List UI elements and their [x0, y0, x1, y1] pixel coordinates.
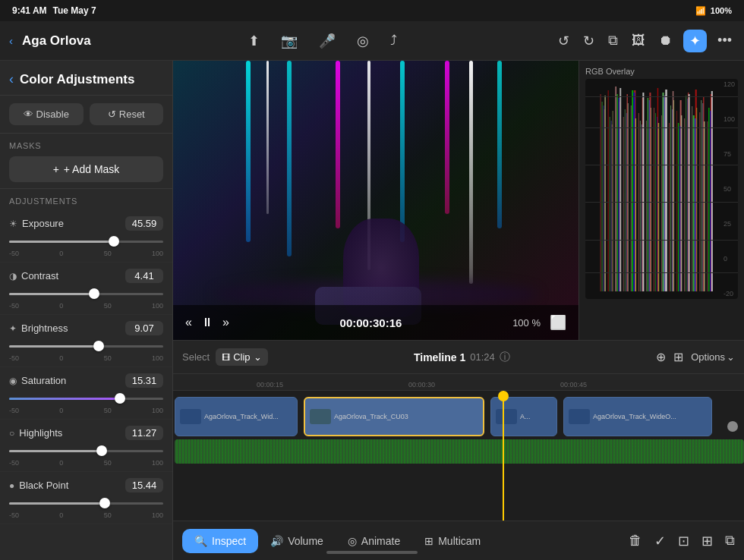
panel-title: Color Adjustments — [20, 72, 134, 87]
grid-button[interactable]: ⊞ — [701, 533, 713, 549]
highlights-label: Highlights — [19, 427, 62, 439]
playhead-handle[interactable] — [498, 391, 509, 401]
timeline-name: Timeline 1 — [414, 351, 465, 363]
light-bar-3 — [287, 61, 292, 256]
rgb-chart: 120 100 75 50 25 0 -20 — [585, 79, 738, 299]
rgb-y-labels: 120 100 75 50 25 0 -20 — [724, 79, 735, 299]
fast-forward-button[interactable]: » — [222, 316, 229, 329]
bottom-right-tools: 🗑 ✓ ⊡ ⊞ ⧉ — [629, 533, 735, 549]
camera-add-button[interactable]: 📷 — [278, 30, 301, 52]
photo-button[interactable]: 🖼 — [629, 30, 648, 52]
multicam-label: Multicam — [438, 535, 481, 547]
brightness-value: 9.07 — [125, 321, 163, 335]
light-bar-6 — [400, 61, 405, 242]
pause-icon: ⏸ — [201, 316, 213, 329]
exposure-icon: ☀ — [9, 219, 17, 229]
light-bar-4 — [336, 61, 340, 228]
blackpoint-slider[interactable] — [9, 496, 163, 511]
magnetic-timeline-button[interactable]: ⊕ — [656, 350, 666, 364]
share2-button[interactable]: ⤴ — [387, 30, 400, 52]
status-bar: 9:41 AM Tue May 7 📶 100% — [0, 0, 744, 21]
video-player: « ⏸ » 00:00:30:16 100 % ⬜ — [173, 61, 578, 340]
status-time: 9:41 AM — [12, 5, 47, 16]
plus-icon: + — [53, 163, 59, 175]
top-toolbar: ‹ Aga Orlova ⬆ 📷 🎤 ◎ ⤴ ↺ ↻ ⧉ 🖼 ⏺ ✦ ••• — [0, 21, 744, 61]
exposure-label: Exposure — [22, 218, 64, 229]
voiceover-button[interactable]: ◎ — [354, 30, 372, 52]
overlay-button[interactable]: ⧉ — [725, 533, 735, 549]
project-title: Aga Orlova — [22, 33, 91, 49]
split-button[interactable]: ⊡ — [678, 533, 689, 549]
color-adjustments-panel: ‹ Color Adjustments 👁 Disable ↺ Reset MA… — [0, 61, 173, 560]
reset-button[interactable]: ↺ Reset — [90, 103, 164, 125]
animate-icon: ◎ — [348, 535, 357, 547]
audio-track — [175, 439, 744, 464]
add-mask-button[interactable]: + + Add Mask — [9, 156, 163, 182]
back-button[interactable]: ‹ — [9, 34, 13, 47]
contrast-adjustment: ◑ Contrast 4.41 -50 0 50 100 — [0, 263, 172, 315]
options-button[interactable]: Options ⌄ — [691, 351, 735, 363]
video-clip-1[interactable]: AgaOrlova_Track_Wid... — [175, 397, 298, 436]
select-label: Select — [182, 351, 210, 363]
video-clip-4[interactable]: AgaOrlova_Track_WideO... — [563, 397, 712, 436]
rewind-icon: « — [185, 316, 192, 329]
light-bar-8 — [469, 61, 473, 284]
saturation-icon: ◉ — [9, 376, 17, 386]
aspect-button[interactable]: ⬜ — [550, 314, 566, 331]
bottom-toolbar: 🔍 Inspect 🔊 Volume ◎ Animate ⊞ Multicam … — [173, 521, 744, 560]
volume-tab[interactable]: 🔊 Volume — [258, 529, 336, 553]
video-clip-3[interactable]: A... — [490, 397, 557, 436]
chevron-left-icon: ‹ — [9, 34, 13, 47]
light-bar-9 — [497, 61, 502, 228]
clip-selector[interactable]: 🎞 Clip ⌄ — [216, 348, 267, 366]
ruler-mark-15: 00:00:15 — [257, 381, 283, 389]
rewind-fwd-button[interactable]: ↻ — [580, 30, 597, 52]
multicam-tab[interactable]: ⊞ Multicam — [412, 529, 493, 553]
timeline-info-button[interactable]: ⓘ — [500, 351, 510, 364]
mic-button[interactable]: 🎤 — [316, 30, 339, 52]
brightness-slider[interactable] — [9, 338, 163, 354]
timeline-playhead[interactable] — [503, 391, 504, 521]
pip-button[interactable]: ⧉ — [605, 30, 621, 52]
inspect-label: Inspect — [212, 535, 246, 547]
play-pause-button[interactable]: ⏸ — [201, 316, 213, 329]
highlights-slider[interactable] — [9, 443, 163, 458]
inspect-tab[interactable]: 🔍 Inspect — [182, 529, 258, 553]
saturation-slider[interactable] — [9, 391, 163, 406]
adjustments-label: ADJUSTMENTS — [0, 188, 172, 210]
rewind-button[interactable]: « — [185, 316, 192, 329]
clip-label-4: AgaOrlova_Track_WideO... — [593, 413, 676, 420]
battery-label: 100% — [711, 6, 732, 15]
wifi-icon: 📶 — [695, 6, 706, 16]
record-button[interactable]: ⏺ — [656, 30, 676, 52]
timeline-tools: ⊕ ⊞ Options ⌄ — [656, 350, 735, 364]
rgb-panel: RGB Overlay — [578, 61, 744, 340]
volume-label: Volume — [288, 535, 323, 547]
status-date: Tue May 7 — [53, 5, 96, 16]
timeline-scroll-handle[interactable] — [727, 421, 738, 432]
timeline-area: Select 🎞 Clip ⌄ Timeline 1 01:24 ⓘ ⊕ ⊞ O… — [173, 340, 744, 521]
clip-label-1: AgaOrlova_Track_Wid... — [204, 413, 279, 420]
share-button[interactable]: ⬆ — [245, 30, 263, 52]
video-controls: « ⏸ » 00:00:30:16 100 % ⬜ — [173, 305, 578, 340]
blackpoint-value: 15.44 — [125, 478, 163, 492]
panel-back-button[interactable]: ‹ — [9, 71, 14, 87]
clip-thumbnail-2 — [310, 409, 331, 424]
timeline-duration: 01:24 — [470, 351, 495, 363]
animate-tab[interactable]: ◎ Animate — [336, 529, 412, 553]
disable-button[interactable]: 👁 Disable — [9, 103, 84, 125]
video-clip-2[interactable]: AgaOrlova_Track_CU03 — [304, 397, 484, 436]
delete-button[interactable]: 🗑 — [629, 533, 642, 549]
rewind-back-button[interactable]: ↺ — [555, 30, 572, 52]
ruler-mark-45: 00:00:45 — [560, 381, 587, 389]
contrast-label: Contrast — [21, 270, 58, 282]
magic-button[interactable]: ✦ — [683, 30, 707, 52]
audio-waveform — [175, 439, 744, 464]
exposure-slider[interactable] — [9, 234, 163, 249]
clip-appearance-button[interactable]: ⊞ — [673, 350, 683, 364]
contrast-slider[interactable] — [9, 286, 163, 301]
highlights-value: 11.27 — [125, 426, 163, 440]
light-bar-2 — [266, 61, 269, 214]
confirm-button[interactable]: ✓ — [654, 533, 666, 549]
more-button[interactable]: ••• — [714, 30, 735, 52]
